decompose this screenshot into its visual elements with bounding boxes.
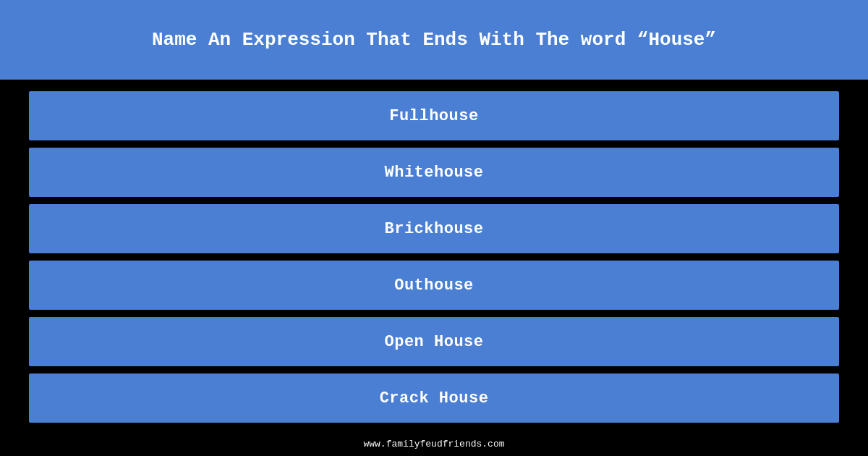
footer-url: www.familyfeudfriends.com (363, 439, 504, 449)
answer-row-6[interactable]: Crack House (29, 373, 839, 423)
header: Name An Expression That Ends With The wo… (0, 0, 868, 80)
header-title: Name An Expression That Ends With The wo… (152, 27, 716, 53)
answer-text-3: Brickhouse (384, 220, 483, 238)
answer-row-5[interactable]: Open House (29, 317, 839, 366)
footer: www.familyfeudfriends.com (0, 437, 868, 450)
answer-text-4: Outhouse (394, 276, 474, 295)
answer-text-5: Open House (384, 333, 483, 351)
answer-text-6: Crack House (380, 389, 489, 408)
answer-row-3[interactable]: Brickhouse (29, 204, 839, 253)
answer-text-1: Fullhouse (389, 107, 478, 125)
answer-row-2[interactable]: Whitehouse (29, 148, 839, 197)
answers-container: Fullhouse Whitehouse Brickhouse Outhouse… (0, 84, 868, 437)
answer-row-1[interactable]: Fullhouse (29, 91, 839, 140)
answer-row-4[interactable]: Outhouse (29, 261, 839, 310)
answer-text-2: Whitehouse (384, 164, 483, 182)
